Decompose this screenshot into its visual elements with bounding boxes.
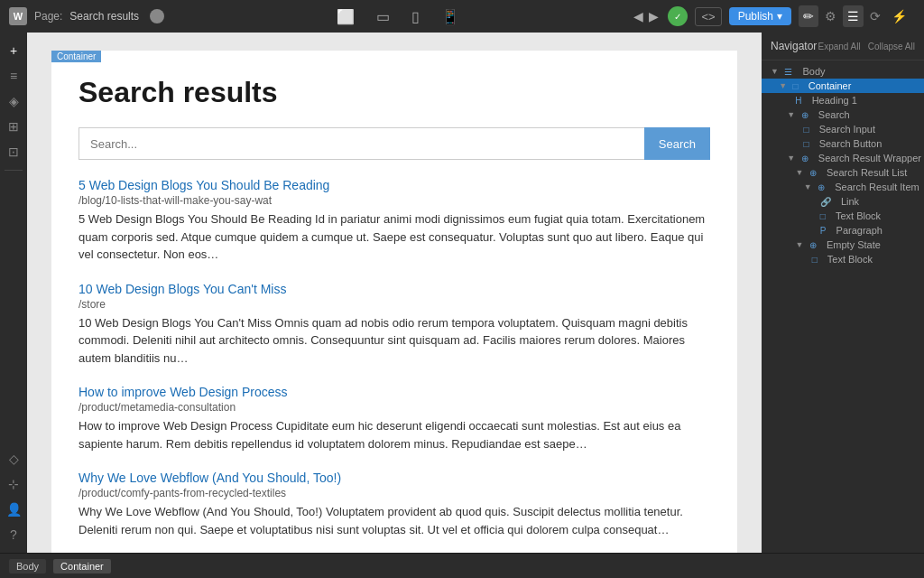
tree-arrow: [812, 197, 817, 206]
nav-tree-item-body[interactable]: ▼ ☰ Body: [762, 64, 924, 79]
bottom-bar: Body Container: [0, 553, 924, 578]
navigator-tree: ▼ ☰ Body ▼ □ Container H Heading 1 ▼ ⊕ S…: [762, 61, 924, 553]
result-item: 5 Web Design Blogs You Should Be Reading…: [79, 178, 710, 264]
canvas-area: Container Search results Search 5 Web De…: [27, 33, 762, 553]
tree-node-icon: ⊕: [809, 240, 817, 250]
tree-node-label: Search Button: [819, 138, 882, 149]
search-form: Search: [79, 127, 710, 160]
tree-node-label: Paragraph: [836, 225, 882, 236]
result-item: 10 Web Design Blogs You Can't Miss /stor…: [79, 282, 710, 368]
nav-tree-item-search-input[interactable]: □ Search Input: [762, 122, 924, 136]
nav-back-btn[interactable]: ◀: [632, 7, 645, 25]
tree-arrow: [796, 139, 800, 148]
code-toggle[interactable]: <>: [695, 7, 721, 26]
result-link[interactable]: 10 Web Design Blogs You Can't Miss: [79, 282, 286, 296]
page-status-dot: [150, 9, 164, 23]
pages-icon[interactable]: ⚡: [887, 5, 911, 27]
sidebar-separator: [5, 170, 23, 171]
device-tablet-portrait[interactable]: ▯: [408, 6, 423, 27]
device-mobile[interactable]: 📱: [438, 6, 463, 27]
tree-arrow: [787, 96, 791, 105]
tree-arrow: [804, 255, 808, 264]
result-link[interactable]: 5 Web Design Blogs You Should Be Reading: [79, 178, 329, 192]
nav-arrows: ◀ ▶: [632, 7, 661, 25]
tree-node-icon: ☰: [784, 67, 792, 77]
container-breadcrumb[interactable]: Container: [53, 559, 111, 573]
style-icon[interactable]: ✏: [799, 5, 818, 27]
nav-tree-item-search-result-list[interactable]: ▼ ⊕ Search Result List: [762, 165, 924, 180]
collapse-all-btn[interactable]: Collapse All: [868, 42, 915, 51]
nav-tree-item-link[interactable]: 🔗 Link: [762, 194, 924, 209]
page-name: Search results: [69, 10, 139, 23]
logic-btn[interactable]: ◇: [3, 448, 24, 470]
nav-tree-item-search-result-wrapper[interactable]: ▼ ⊕ Search Result Wrapper: [762, 151, 924, 165]
body-breadcrumb[interactable]: Body: [9, 559, 46, 573]
tree-node-icon: ⊕: [801, 154, 808, 163]
tree-node-icon: □: [820, 211, 826, 221]
tree-node-icon: □: [793, 81, 799, 91]
result-item: Why We Love Webflow (And You Should, Too…: [79, 471, 710, 538]
nav-tree-item-search-button[interactable]: □ Search Button: [762, 136, 924, 151]
tree-node-icon: □: [812, 255, 818, 265]
canvas-container: Container Search results Search 5 Web De…: [51, 51, 737, 553]
tree-node-icon: ⊕: [809, 168, 817, 178]
tree-node-icon: ⊕: [801, 110, 808, 120]
interactions-icon[interactable]: ⟳: [865, 5, 885, 27]
nav-tree-item-search[interactable]: ▼ ⊕ Search: [762, 107, 924, 122]
result-description: Why We Love Webflow (And You Should, Too…: [79, 503, 710, 538]
tree-arrow: [796, 125, 800, 134]
tree-arrow: ▼: [787, 154, 797, 163]
tree-node-label: Link: [841, 196, 859, 207]
nav-panel-icon[interactable]: ☰: [843, 5, 864, 27]
navigator-actions: Expand All Collapse All: [818, 42, 915, 51]
left-sidebar: + ≡ ◈ ⊞ ⊡ ◇ ⊹ 👤 ?: [0, 33, 27, 553]
search-button[interactable]: Search: [644, 127, 710, 160]
tree-node-icon: □: [804, 139, 809, 149]
nav-tree-item-text-block-2[interactable]: □ Text Block: [762, 252, 924, 266]
nav-forward-btn[interactable]: ▶: [647, 7, 661, 25]
publish-button[interactable]: Publish ▾: [729, 7, 791, 25]
device-tablet-landscape[interactable]: ▭: [373, 6, 393, 27]
nav-tree-item-paragraph[interactable]: P Paragraph: [762, 223, 924, 238]
tree-node-icon: P: [820, 226, 827, 236]
result-link[interactable]: Why We Love Webflow (And You Should, Too…: [79, 471, 341, 485]
device-desktop[interactable]: ⬜: [333, 6, 358, 27]
result-link[interactable]: How to improve Web Design Process: [79, 385, 288, 399]
tree-node-label: Search Result Wrapper: [818, 153, 921, 163]
nav-tree-item-empty-state[interactable]: ▼ ⊕ Empty State: [762, 238, 924, 252]
tree-arrow: ▼: [787, 110, 797, 119]
search-input[interactable]: [79, 127, 644, 160]
results-list: 5 Web Design Blogs You Should Be Reading…: [79, 178, 710, 553]
nav-tree-item-heading1[interactable]: H Heading 1: [762, 93, 924, 107]
expand-all-btn[interactable]: Expand All: [818, 42, 860, 51]
nav-tree-item-container[interactable]: ▼ □ Container: [762, 79, 924, 93]
tree-arrow: ▼: [796, 168, 806, 177]
nav-tree-item-search-result-item[interactable]: ▼ ⊕ Search Result Item: [762, 180, 924, 194]
tree-node-icon: 🔗: [820, 197, 831, 207]
tree-node-label: Heading 1: [812, 95, 857, 106]
result-description: 5 Web Design Blogs You Should Be Reading…: [79, 210, 710, 264]
navigator-panel: Navigator Expand All Collapse All ▼ ☰ Bo…: [762, 33, 924, 553]
navigator-header: Navigator Expand All Collapse All: [762, 33, 924, 61]
tree-node-label: Text Block: [827, 254, 873, 265]
tree-node-icon: □: [804, 125, 809, 135]
tree-node-icon: ⊕: [818, 182, 825, 192]
add-elements-btn[interactable]: +: [3, 40, 24, 61]
apps-btn[interactable]: ⊹: [3, 473, 24, 495]
help-btn[interactable]: ?: [3, 524, 24, 545]
tree-arrow: [812, 211, 817, 220]
container-label: Container: [51, 51, 101, 62]
result-url: /product/metamedia-consultation: [79, 401, 710, 414]
account-btn[interactable]: 👤: [3, 499, 24, 520]
ecommerce-btn[interactable]: ⊡: [3, 141, 24, 163]
tree-arrow: ▼: [804, 182, 814, 191]
device-switcher: ⬜ ▭ ▯ 📱: [171, 6, 624, 27]
page-title: Search results: [79, 76, 710, 109]
tree-arrow: ▼: [771, 67, 781, 76]
cms-btn[interactable]: ⊞: [3, 116, 24, 137]
settings-icon[interactable]: ⚙: [820, 5, 841, 27]
assets-btn[interactable]: ◈: [3, 90, 24, 112]
layers-btn[interactable]: ≡: [3, 65, 24, 87]
nav-tree-item-text-block[interactable]: □ Text Block: [762, 209, 924, 223]
right-toolbar: ✏ ⚙ ☰ ⟳ ⚡: [799, 5, 911, 27]
